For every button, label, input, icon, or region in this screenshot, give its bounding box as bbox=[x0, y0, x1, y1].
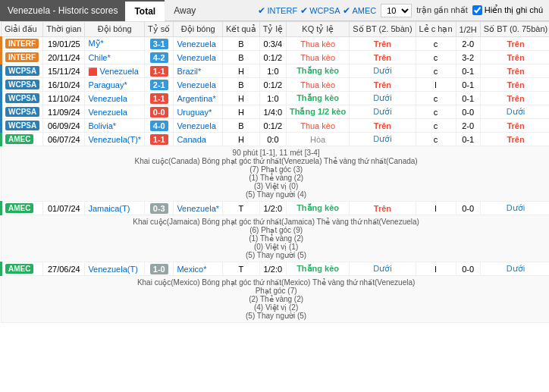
so-bt2-cell: Dưới bbox=[480, 202, 549, 215]
table-row: WCPSA 16/10/24 Paraguay* 2-1 Venezuela B… bbox=[2, 78, 550, 92]
le-c-cell: c bbox=[416, 133, 456, 146]
league-cell: AMEC bbox=[2, 262, 43, 276]
kq-ty-le-cell: Hòa bbox=[286, 133, 349, 146]
team2-cell[interactable]: Venezuela bbox=[174, 119, 223, 133]
tab-away[interactable]: Away bbox=[165, 0, 205, 21]
team2-cell[interactable]: Mexico* bbox=[174, 262, 223, 276]
team2-link[interactable]: Brazil* bbox=[177, 67, 201, 76]
team2-link[interactable]: Venezuela* bbox=[177, 204, 219, 213]
team1-link[interactable]: Venezuela(T)* bbox=[88, 135, 141, 144]
league-cell: WCPSA bbox=[2, 105, 43, 119]
team1-cell[interactable]: Venezuela(T) bbox=[85, 262, 145, 276]
score-cell: 1-0 bbox=[145, 262, 174, 276]
team1-link[interactable]: Paraguay* bbox=[88, 80, 127, 89]
so-bt-cell: Trên bbox=[350, 78, 416, 92]
team1-link[interactable]: Venezuela bbox=[88, 108, 127, 117]
team2-link[interactable]: Canada bbox=[177, 135, 206, 144]
league-cell: AMEC bbox=[2, 202, 43, 215]
le-c-cell: c bbox=[416, 92, 456, 105]
detail-row: 90 phút [1-1], 11 mét [3-4]Khai cuộc(Can… bbox=[2, 146, 550, 202]
score-cell: 1-1 bbox=[145, 133, 174, 146]
date-cell: 06/07/24 bbox=[43, 133, 85, 146]
team1-link[interactable]: Venezuela bbox=[99, 67, 138, 76]
team2-link[interactable]: Venezuela bbox=[177, 39, 215, 49]
team2-link[interactable]: Argentina* bbox=[177, 94, 215, 103]
col-ty-le: Tỷ lệ bbox=[259, 22, 286, 37]
team1-link[interactable]: Venezuela bbox=[88, 94, 127, 103]
show-notes-checkbox[interactable]: Hiển thị ghi chú bbox=[472, 5, 543, 15]
half-cell: 2-0 bbox=[456, 37, 480, 51]
team2-link[interactable]: Venezuela bbox=[177, 80, 215, 89]
filter-wcpsa[interactable]: ✔ WCPSA bbox=[300, 5, 340, 16]
kq-ty-le-cell: Thắng 1/2 kèo bbox=[286, 105, 349, 119]
ket-qua-cell: H bbox=[223, 64, 260, 78]
ket-qua-cell: B bbox=[223, 78, 260, 92]
team2-cell[interactable]: Venezuela bbox=[174, 51, 223, 64]
team2-cell[interactable]: Venezuela bbox=[174, 78, 223, 92]
half-cell: 0-1 bbox=[456, 64, 480, 78]
kq-ty-le-cell: Thua kèo bbox=[286, 119, 349, 133]
half-cell: 0-0 bbox=[456, 262, 480, 276]
score-cell: 4-2 bbox=[145, 51, 174, 64]
tab-total[interactable]: Total bbox=[125, 0, 165, 21]
detail-cell: Khai cuộc(Mexico) Bóng phạt góc thứ nhất… bbox=[2, 276, 550, 323]
so-bt2-cell: Dưới bbox=[480, 105, 549, 119]
team1-cell[interactable]: Venezuela(T)* bbox=[85, 133, 145, 146]
score-cell: 3-1 bbox=[145, 37, 174, 51]
score-cell: 2-1 bbox=[145, 78, 174, 92]
team1-cell[interactable]: Venezuela bbox=[85, 92, 145, 105]
league-cell: WCPSA bbox=[2, 78, 43, 92]
le-c-cell: l bbox=[416, 262, 456, 276]
kq-ty-le-cell: Thắng kèo bbox=[286, 64, 349, 78]
so-bt-cell: Dưới bbox=[350, 262, 416, 276]
team2-link[interactable]: Uruguay* bbox=[177, 108, 212, 117]
team1-link[interactable]: Bolivia* bbox=[88, 121, 116, 130]
team1-cell[interactable]: 🟥 Venezuela bbox=[85, 64, 145, 78]
half-cell: 0-1 bbox=[456, 133, 480, 146]
detail-row: Khai cuộc(Jamaica) Bóng phạt góc thứ nhấ… bbox=[2, 215, 550, 262]
half-cell: 0-1 bbox=[456, 78, 480, 92]
detail-cell: 90 phút [1-1], 11 mét [3-4]Khai cuộc(Can… bbox=[2, 146, 550, 202]
team2-cell[interactable]: Argentina* bbox=[174, 92, 223, 105]
le-c-cell: c bbox=[416, 105, 456, 119]
ket-qua-cell: B bbox=[223, 51, 260, 64]
so-bt2-cell: Trên bbox=[480, 119, 549, 133]
team2-cell[interactable]: Brazil* bbox=[174, 64, 223, 78]
date-cell: 11/10/24 bbox=[43, 92, 85, 105]
team1-link[interactable]: Jamaica(T) bbox=[88, 204, 130, 213]
team1-cell[interactable]: Paraguay* bbox=[85, 78, 145, 92]
team1-link[interactable]: Chile* bbox=[88, 53, 110, 62]
team2-link[interactable]: Venezuela bbox=[177, 53, 215, 62]
kq-ty-le-cell: Thua kèo bbox=[286, 37, 349, 51]
team2-link[interactable]: Mexico* bbox=[177, 265, 206, 274]
recent-label: trận gần nhất bbox=[416, 5, 467, 15]
team1-link[interactable]: Venezuela(T) bbox=[88, 265, 137, 274]
team1-cell[interactable]: Chile* bbox=[85, 51, 145, 64]
team2-link[interactable]: Venezuela bbox=[177, 121, 215, 130]
half-cell: 0-1 bbox=[456, 92, 480, 105]
kq-ty-le-cell: Thắng kèo bbox=[286, 92, 349, 105]
team2-cell[interactable]: Venezuela* bbox=[174, 202, 223, 215]
team1-link[interactable]: Mỹ* bbox=[88, 39, 103, 48]
team1-cell[interactable]: Mỹ* bbox=[85, 37, 145, 51]
team1-cell[interactable]: Jamaica(T) bbox=[85, 202, 145, 215]
team1-cell[interactable]: Venezuela bbox=[85, 105, 145, 119]
so-bt-cell: Trên bbox=[350, 119, 416, 133]
filter-amec[interactable]: ✔ AMEC bbox=[343, 5, 376, 16]
header-bar: Venezuela - Historic scores Total Away ✔… bbox=[0, 0, 549, 21]
date-cell: 16/10/24 bbox=[43, 78, 85, 92]
count-select[interactable]: 10 20 30 bbox=[381, 4, 412, 17]
interf-label: INTERF bbox=[267, 6, 297, 15]
filter-interf[interactable]: ✔ INTERF bbox=[258, 5, 297, 16]
league-cell: WCPSA bbox=[2, 92, 43, 105]
team1-cell[interactable]: Bolivia* bbox=[85, 119, 145, 133]
league-cell: INTERF bbox=[2, 37, 43, 51]
team2-cell[interactable]: Uruguay* bbox=[174, 105, 223, 119]
team2-cell[interactable]: Venezuela bbox=[174, 37, 223, 51]
ket-qua-cell: B bbox=[223, 37, 260, 51]
so-bt-cell: Dưới bbox=[350, 92, 416, 105]
ty-le-cell: 1/2:0 bbox=[259, 202, 286, 215]
le-c-cell: c bbox=[416, 37, 456, 51]
date-cell: 27/06/24 bbox=[43, 262, 85, 276]
team2-cell[interactable]: Canada bbox=[174, 133, 223, 146]
